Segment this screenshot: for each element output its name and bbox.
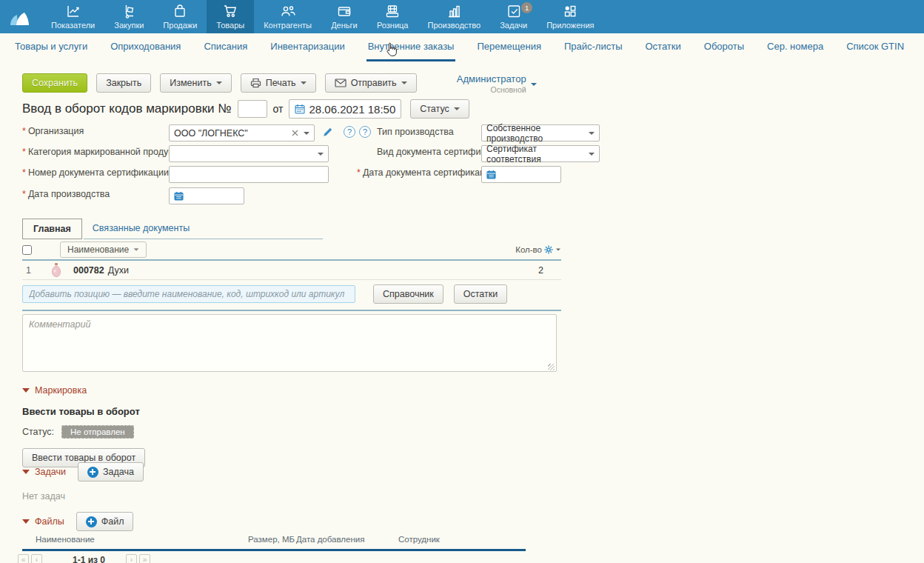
nav-item-roznitsa[interactable]: Розница <box>367 0 418 33</box>
apps-grid-icon <box>562 2 578 20</box>
tab-glavnaya[interactable]: Главная <box>22 219 82 239</box>
tasks-section-toggle[interactable]: Задачи <box>22 467 66 477</box>
prod-date-field[interactable] <box>169 187 244 204</box>
marking-section-toggle[interactable]: Маркировка <box>22 385 145 396</box>
nav-label: Задачи <box>500 21 527 30</box>
chevron-down-icon <box>401 81 407 84</box>
top-navigation: Показатели Закупки Продажи <box>0 0 924 33</box>
tab-ostatki[interactable]: Остатки <box>643 33 682 61</box>
close-button[interactable]: Закрыть <box>96 73 151 93</box>
envelope-icon <box>335 79 346 87</box>
help-icon[interactable]: ? <box>359 126 371 138</box>
marking-subtitle: Ввести товары в оборот <box>22 406 145 417</box>
organization-combobox[interactable]: ООО "ЛОГНЕКС" <box>169 124 315 141</box>
stock-button[interactable]: Остатки <box>454 284 507 304</box>
nav-item-prilozheniya[interactable]: Приложения <box>537 0 603 33</box>
nav-item-kontragenty[interactable]: Контрагенты <box>254 0 321 33</box>
tasks-checkbox-icon <box>506 2 522 20</box>
nav-item-dengi[interactable]: Деньги <box>321 0 367 33</box>
files-table-divider <box>22 549 526 551</box>
app-logo-icon[interactable] <box>0 0 41 33</box>
files-col-size: Размер, МБ <box>248 535 295 544</box>
add-task-button[interactable]: Задача <box>78 462 144 482</box>
chevron-down-icon <box>134 248 139 250</box>
send-dropdown-button[interactable]: Отправить <box>325 73 417 93</box>
document-toolbar: Сохранить Закрыть Изменить Печать Отправ… <box>22 73 526 94</box>
bar-chart-icon <box>446 2 462 20</box>
edit-dropdown-button[interactable]: Изменить <box>160 73 231 93</box>
prod-type-select[interactable]: Собственное производство <box>481 124 600 141</box>
tab-peremescheniya[interactable]: Перемещения <box>475 33 542 61</box>
document-number-input[interactable] <box>238 100 267 118</box>
print-dropdown-button[interactable]: Печать <box>241 73 316 93</box>
tab-ser-nomera[interactable]: Сер. номера <box>766 33 825 61</box>
resize-handle[interactable] <box>548 364 555 370</box>
tasks-section-title: Задачи <box>35 467 66 477</box>
cert-number-input[interactable] <box>169 166 329 183</box>
status-dropdown-button[interactable]: Статус <box>410 99 469 119</box>
chevron-down-icon[interactable] <box>589 132 595 135</box>
add-file-button[interactable]: Файл <box>76 512 134 531</box>
tab-inventarizatsii[interactable]: Инвентаризации <box>269 33 346 61</box>
nav-label: Деньги <box>331 21 358 30</box>
nav-item-prodazhi[interactable]: Продажи <box>153 0 207 33</box>
chevron-down-icon <box>454 107 460 110</box>
name-column-header[interactable]: Наименование <box>60 241 147 258</box>
cash-register-icon <box>384 2 401 20</box>
cert-kind-select[interactable]: Сертификат соответствия <box>481 145 600 162</box>
chevron-down-icon[interactable] <box>318 153 324 156</box>
marking-section: Маркировка Ввести товары в оборот Статус… <box>22 385 145 467</box>
tab-prais-listy[interactable]: Прайс-листы <box>563 33 624 61</box>
add-position-input[interactable] <box>22 285 355 303</box>
nav-item-tovary[interactable]: Товары <box>207 0 254 33</box>
document-date-field[interactable]: 28.06.2021 18:50 <box>289 99 401 119</box>
nav-label: Показатели <box>51 21 95 30</box>
last-page-button[interactable]: » <box>139 554 150 563</box>
tab-vnutrennie-zakazy[interactable]: Внутренние заказы <box>366 33 456 61</box>
category-combobox[interactable] <box>169 145 329 162</box>
collapse-triangle-icon <box>22 388 30 393</box>
clear-icon[interactable] <box>292 130 298 136</box>
required-asterisk: * <box>357 167 361 178</box>
chevron-down-icon <box>216 81 222 84</box>
next-page-button[interactable]: › <box>126 554 137 563</box>
status-badge: Не отправлен <box>61 425 134 439</box>
plus-icon <box>87 467 98 478</box>
user-menu[interactable]: Администратор Основной <box>452 73 526 94</box>
nav-item-pokazateli[interactable]: Показатели <box>41 0 104 33</box>
tab-spisok-gtin[interactable]: Список GTIN <box>845 33 905 61</box>
save-button[interactable]: Сохранить <box>22 73 87 93</box>
add-file-label: Файл <box>101 516 124 527</box>
tab-svyazannye-dokumenty[interactable]: Связанные документы <box>84 219 323 239</box>
add-task-label: Задача <box>103 467 134 477</box>
help-icon[interactable]: ? <box>344 126 355 138</box>
first-page-button[interactable]: « <box>18 554 29 563</box>
tab-spisaniya[interactable]: Списания <box>202 33 249 61</box>
chevron-down-icon[interactable] <box>304 132 309 135</box>
cert-date-field[interactable] <box>481 166 561 183</box>
nav-item-zakupki[interactable]: Закупки <box>104 0 153 33</box>
org-label: *Организация <box>22 126 84 136</box>
collapse-triangle-icon <box>22 519 30 524</box>
prev-page-button[interactable]: ‹ <box>31 554 42 563</box>
gear-icon[interactable] <box>544 245 553 254</box>
files-section-toggle[interactable]: Файлы <box>22 516 64 527</box>
catalog-button[interactable]: Справочник <box>373 284 443 304</box>
product-thumbnail-icon <box>50 262 63 278</box>
comment-textarea[interactable] <box>22 314 557 372</box>
chevron-down-icon[interactable] <box>589 153 595 156</box>
printer-icon <box>250 78 261 88</box>
edit-pencil-icon[interactable] <box>322 127 333 138</box>
tab-oboroty[interactable]: Обороты <box>703 33 746 61</box>
select-all-checkbox[interactable] <box>22 245 32 255</box>
tab-tovary-i-uslugi[interactable]: Товары и услуги <box>13 33 89 61</box>
qty-column-header[interactable]: Кол-во <box>515 245 561 254</box>
tab-oprihodovaniya[interactable]: Оприходования <box>109 33 182 61</box>
positions-header-row: Наименование Кол-во <box>22 241 561 261</box>
nav-item-proizvodstvo[interactable]: Производство <box>418 0 490 33</box>
tasks-count-badge: 1 <box>521 2 532 13</box>
table-row[interactable]: 1 000782 Духи 2 <box>22 261 561 280</box>
tasks-section: Задачи Задача Нет задач <box>22 462 144 502</box>
nav-item-zadachi[interactable]: Задачи 1 <box>490 0 537 33</box>
nav-label: Контрагенты <box>264 21 312 30</box>
